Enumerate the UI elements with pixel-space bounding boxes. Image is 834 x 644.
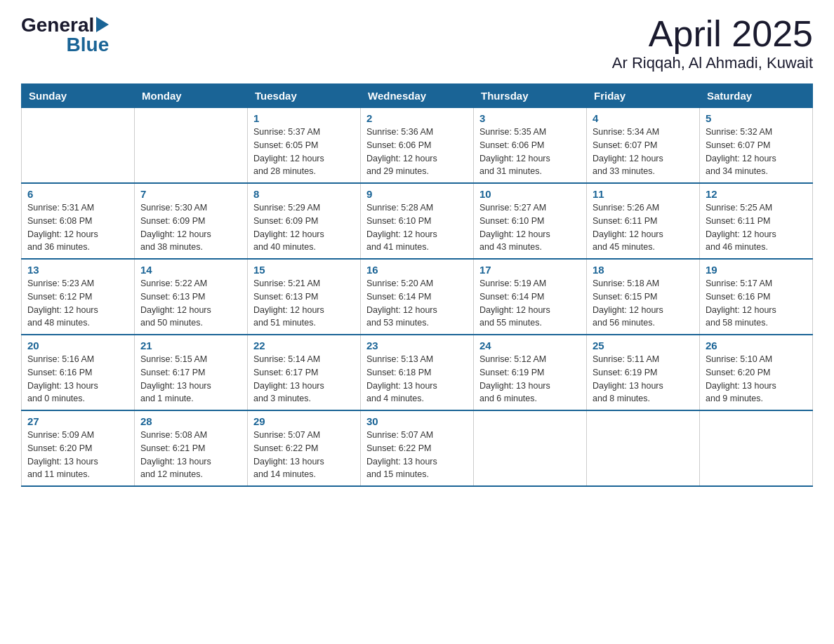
logo-arrow-icon [96,17,109,35]
calendar-cell: 14Sunrise: 5:22 AMSunset: 6:13 PMDayligh… [135,259,248,335]
calendar-cell: 1Sunrise: 5:37 AMSunset: 6:05 PMDaylight… [248,108,361,184]
calendar-week-5: 27Sunrise: 5:09 AMSunset: 6:20 PMDayligh… [22,410,813,486]
day-number: 1 [253,112,355,124]
calendar-cell: 21Sunrise: 5:15 AMSunset: 6:17 PMDayligh… [135,335,248,410]
page-subtitle: Ar Riqqah, Al Ahmadi, Kuwait [612,54,813,72]
day-number: 26 [706,340,807,351]
day-info: Sunrise: 5:15 AMSunset: 6:17 PMDaylight:… [140,353,241,405]
day-number: 3 [479,112,581,124]
day-info: Sunrise: 5:22 AMSunset: 6:13 PMDaylight:… [140,277,241,330]
calendar-cell: 26Sunrise: 5:10 AMSunset: 6:20 PMDayligh… [700,335,813,410]
calendar-cell [474,410,587,486]
day-number: 24 [479,340,581,351]
day-info: Sunrise: 5:26 AMSunset: 6:11 PMDaylight:… [593,201,694,254]
title-block: April 2025 Ar Riqqah, Al Ahmadi, Kuwait [612,14,813,72]
day-number: 18 [593,264,694,276]
calendar-cell: 20Sunrise: 5:16 AMSunset: 6:16 PMDayligh… [22,335,135,410]
day-number: 6 [27,188,128,200]
calendar-header: SundayMondayTuesdayWednesdayThursdayFrid… [22,84,813,108]
calendar-cell: 13Sunrise: 5:23 AMSunset: 6:12 PMDayligh… [22,259,135,335]
day-info: Sunrise: 5:37 AMSunset: 6:05 PMDaylight:… [253,126,355,178]
weekday-header-saturday: Saturday [700,84,813,108]
day-number: 28 [140,415,241,427]
day-info: Sunrise: 5:12 AMSunset: 6:19 PMDaylight:… [479,353,581,405]
day-number: 21 [140,340,241,351]
calendar-cell: 2Sunrise: 5:36 AMSunset: 6:06 PMDaylight… [361,108,474,184]
day-info: Sunrise: 5:27 AMSunset: 6:10 PMDaylight:… [479,201,581,254]
calendar-table: SundayMondayTuesdayWednesdayThursdayFrid… [21,83,813,487]
calendar-cell: 27Sunrise: 5:09 AMSunset: 6:20 PMDayligh… [22,410,135,486]
day-info: Sunrise: 5:13 AMSunset: 6:18 PMDaylight:… [366,353,468,405]
calendar-cell: 11Sunrise: 5:26 AMSunset: 6:11 PMDayligh… [587,183,700,259]
day-info: Sunrise: 5:31 AMSunset: 6:08 PMDaylight:… [27,201,128,254]
day-number: 5 [706,112,807,124]
calendar-cell: 23Sunrise: 5:13 AMSunset: 6:18 PMDayligh… [361,335,474,410]
weekday-header-tuesday: Tuesday [248,84,361,108]
day-number: 4 [593,112,694,124]
weekday-header-friday: Friday [587,84,700,108]
day-number: 22 [253,340,355,351]
day-info: Sunrise: 5:21 AMSunset: 6:13 PMDaylight:… [253,277,355,330]
day-number: 7 [140,188,241,200]
day-number: 20 [27,340,128,351]
day-number: 17 [479,264,581,276]
day-number: 9 [366,188,468,200]
weekday-header-thursday: Thursday [474,84,587,108]
day-info: Sunrise: 5:09 AMSunset: 6:20 PMDaylight:… [27,429,128,481]
day-info: Sunrise: 5:32 AMSunset: 6:07 PMDaylight:… [706,126,807,178]
day-info: Sunrise: 5:29 AMSunset: 6:09 PMDaylight:… [253,201,355,254]
calendar-cell: 16Sunrise: 5:20 AMSunset: 6:14 PMDayligh… [361,259,474,335]
day-info: Sunrise: 5:36 AMSunset: 6:06 PMDaylight:… [366,126,468,178]
day-info: Sunrise: 5:10 AMSunset: 6:20 PMDaylight:… [706,353,807,405]
day-number: 16 [366,264,468,276]
day-info: Sunrise: 5:08 AMSunset: 6:21 PMDaylight:… [140,429,241,481]
calendar-cell: 15Sunrise: 5:21 AMSunset: 6:13 PMDayligh… [248,259,361,335]
calendar-cell: 17Sunrise: 5:19 AMSunset: 6:14 PMDayligh… [474,259,587,335]
day-number: 11 [593,188,694,200]
day-info: Sunrise: 5:35 AMSunset: 6:06 PMDaylight:… [479,126,581,178]
calendar-week-2: 6Sunrise: 5:31 AMSunset: 6:08 PMDaylight… [22,183,813,259]
calendar-cell: 3Sunrise: 5:35 AMSunset: 6:06 PMDaylight… [474,108,587,184]
calendar-cell: 8Sunrise: 5:29 AMSunset: 6:09 PMDaylight… [248,183,361,259]
calendar-cell: 24Sunrise: 5:12 AMSunset: 6:19 PMDayligh… [474,335,587,410]
day-info: Sunrise: 5:11 AMSunset: 6:19 PMDaylight:… [593,353,694,405]
day-info: Sunrise: 5:14 AMSunset: 6:17 PMDaylight:… [253,353,355,405]
day-info: Sunrise: 5:20 AMSunset: 6:14 PMDaylight:… [366,277,468,330]
day-info: Sunrise: 5:34 AMSunset: 6:07 PMDaylight:… [593,126,694,178]
calendar-cell: 22Sunrise: 5:14 AMSunset: 6:17 PMDayligh… [248,335,361,410]
day-number: 14 [140,264,241,276]
day-info: Sunrise: 5:07 AMSunset: 6:22 PMDaylight:… [253,429,355,481]
day-info: Sunrise: 5:07 AMSunset: 6:22 PMDaylight:… [366,429,468,481]
calendar-cell: 4Sunrise: 5:34 AMSunset: 6:07 PMDaylight… [587,108,700,184]
calendar-cell [587,410,700,486]
day-info: Sunrise: 5:16 AMSunset: 6:16 PMDaylight:… [27,353,128,405]
calendar-cell [700,410,813,486]
calendar-week-1: 1Sunrise: 5:37 AMSunset: 6:05 PMDaylight… [22,108,813,184]
day-info: Sunrise: 5:19 AMSunset: 6:14 PMDaylight:… [479,277,581,330]
day-number: 2 [366,112,468,124]
weekday-header-wednesday: Wednesday [361,84,474,108]
calendar-cell: 30Sunrise: 5:07 AMSunset: 6:22 PMDayligh… [361,410,474,486]
day-info: Sunrise: 5:25 AMSunset: 6:11 PMDaylight:… [706,201,807,254]
day-number: 27 [27,415,128,427]
calendar-week-3: 13Sunrise: 5:23 AMSunset: 6:12 PMDayligh… [22,259,813,335]
day-number: 8 [253,188,355,200]
day-number: 15 [253,264,355,276]
calendar-cell: 25Sunrise: 5:11 AMSunset: 6:19 PMDayligh… [587,335,700,410]
calendar-cell: 18Sunrise: 5:18 AMSunset: 6:15 PMDayligh… [587,259,700,335]
calendar-cell [135,108,248,184]
calendar-cell: 6Sunrise: 5:31 AMSunset: 6:08 PMDaylight… [22,183,135,259]
weekday-header-sunday: Sunday [22,84,135,108]
calendar-cell: 29Sunrise: 5:07 AMSunset: 6:22 PMDayligh… [248,410,361,486]
calendar-cell: 7Sunrise: 5:30 AMSunset: 6:09 PMDaylight… [135,183,248,259]
day-number: 29 [253,415,355,427]
calendar-body: 1Sunrise: 5:37 AMSunset: 6:05 PMDaylight… [22,108,813,487]
day-info: Sunrise: 5:23 AMSunset: 6:12 PMDaylight:… [27,277,128,330]
page-title: April 2025 [612,14,813,54]
logo-blue-text: Blue [21,34,109,56]
day-number: 19 [706,264,807,276]
page-header: General Blue April 2025 Ar Riqqah, Al Ah… [21,14,813,72]
calendar-cell: 12Sunrise: 5:25 AMSunset: 6:11 PMDayligh… [700,183,813,259]
calendar-cell: 28Sunrise: 5:08 AMSunset: 6:21 PMDayligh… [135,410,248,486]
day-number: 23 [366,340,468,351]
